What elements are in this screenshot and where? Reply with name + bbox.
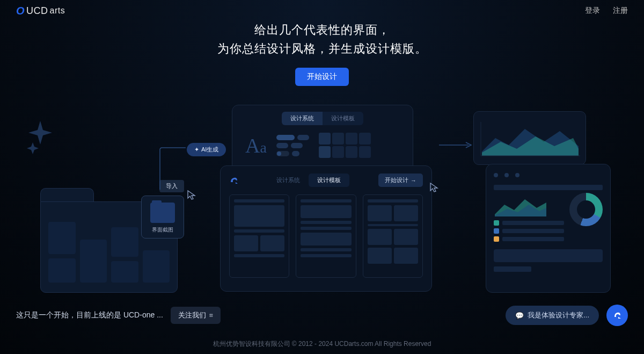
chart-preview-b [486,164,611,293]
hero-title: 给出几个代表性的界面， 为你总结设计风格，并生成设计模版。 [0,20,644,58]
tab-design-template[interactable]: 设计模板 [323,112,363,125]
tab-template-secondary[interactable]: 设计模板 [309,174,349,187]
sparkle-small-icon: ✦ [194,146,199,153]
template-card-2[interactable] [296,194,356,278]
assist-fab-button[interactable] [606,305,628,326]
nav-register[interactable]: 注册 [613,6,628,16]
template-card-3[interactable] [363,194,423,278]
folder-icon [150,203,175,223]
tab-design-system[interactable]: 设计系统 [282,112,323,125]
illustration-stage: 导入 界面截图 ✦ AI生成 设计系统 设计模板 Aa [0,105,644,298]
chat-expert-button[interactable]: 💬 我是体验设计专家... [506,306,599,325]
hero-line-1: 给出几个代表性的界面， [0,20,644,39]
qrcode-icon: ⌗ [209,312,213,319]
follow-us-button[interactable]: 关注我们 ⌗ [171,307,221,324]
donut-chart-icon [569,193,603,226]
chat-icon: 💬 [515,312,524,320]
cursor-icon [187,190,197,200]
copyright: 杭州优势智设科技有限公司 © 2012 - 2024 UCDarts.com A… [0,339,644,349]
import-card[interactable]: 界面截图 [141,196,184,239]
logo-text: UCD [26,5,48,17]
assist-icon [612,310,623,321]
ai-generate-tag: ✦ AI生成 [187,143,226,156]
footer-tagline: 这只是一个开始，目前上线的是 UCD-one ... [16,310,163,320]
mini-area-chart-icon [494,193,547,218]
color-swatches [319,133,372,158]
logo[interactable]: OUCDarts [16,5,65,17]
sparkle-icon [27,118,54,156]
typography-sample: Aa [245,134,267,157]
hero-line-2: 为你总结设计风格，并生成设计模版。 [0,39,644,58]
tab-system-secondary[interactable]: 设计系统 [268,174,309,187]
panel-logo-icon [229,176,239,185]
start-design-button[interactable]: 开始设计 [295,68,349,86]
nav-login[interactable]: 登录 [585,6,600,16]
template-card-1[interactable] [229,194,289,278]
area-chart-icon [479,119,581,158]
arrow-right-icon: → [411,177,416,184]
design-templates-panel: 设计系统 设计模板 开始设计 → [220,165,432,292]
hero: 给出几个代表性的界面， 为你总结设计风格，并生成设计模版。 开始设计 [0,20,644,86]
logo-icon: O [16,5,25,17]
nav-right: 登录 注册 [585,6,628,16]
footer-cta: 这只是一个开始，目前上线的是 UCD-one ... 关注我们 ⌗ 💬 我是体验… [16,305,628,326]
header: OUCDarts 登录 注册 [0,0,644,21]
cursor-icon-2 [429,182,440,193]
component-chips [276,135,309,156]
connector-line-2 [439,137,477,153]
start-design-inline-button[interactable]: 开始设计 → [378,174,423,187]
import-card-label: 界面截图 [147,226,178,234]
chart-preview-a [473,111,586,165]
